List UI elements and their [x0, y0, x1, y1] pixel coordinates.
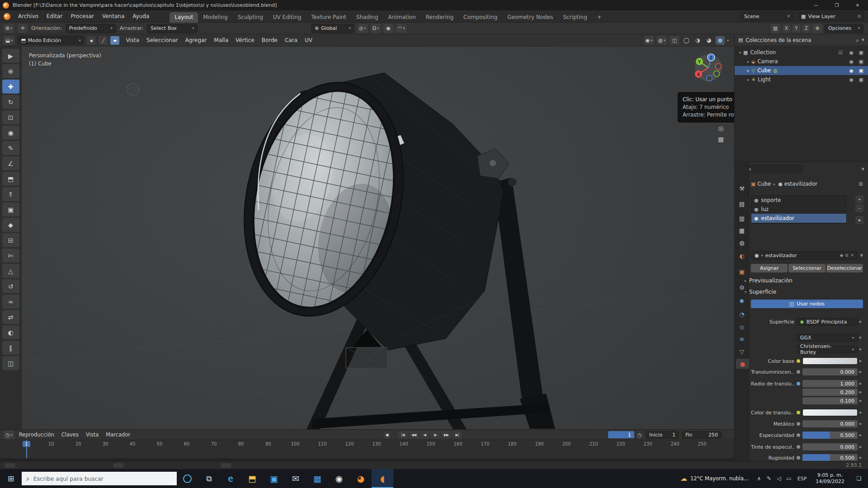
workspace-tab[interactable]: UV Editing	[268, 12, 307, 23]
light-object[interactable]	[127, 84, 139, 95]
exclude-checkbox[interactable]: ☑	[838, 50, 843, 56]
playback-button[interactable]: ◀◀	[409, 431, 419, 439]
hide-eye-icon[interactable]: ◉	[849, 59, 854, 65]
current-frame-field[interactable]: 1	[608, 431, 634, 438]
taskbar-app-icon[interactable]: ◖	[372, 469, 393, 488]
material-filter-icon[interactable]: ▼	[860, 253, 863, 258]
viewport-menu-item[interactable]: Agregar	[182, 37, 211, 43]
zoom-icon[interactable]: ◎	[718, 125, 724, 132]
expand-icon[interactable]: ▸	[747, 69, 749, 73]
add-slot-button[interactable]: ＋	[855, 195, 863, 203]
vertex-select-toggle[interactable]: ▪	[87, 36, 96, 45]
expand-icon[interactable]: ▸	[747, 78, 749, 82]
workspace-tab[interactable]: Geometry Nodes	[502, 12, 558, 23]
tool-button[interactable]: ≈	[2, 295, 19, 309]
properties-search-input[interactable]: ⌕	[745, 165, 803, 173]
properties-tab-icon[interactable]: ◔	[736, 309, 748, 319]
taskbar-app-icon[interactable]: e	[220, 469, 241, 488]
proportional-editing-toggle[interactable]: ◉	[383, 24, 393, 33]
workspace-tab[interactable]: Shading	[351, 12, 383, 23]
use-nodes-button[interactable]: ◫ Usar nodos	[751, 300, 863, 308]
copy-view-layer-icon[interactable]: ⧉	[858, 14, 861, 19]
pin-icon[interactable]: ⊙	[859, 181, 863, 187]
workspace-tab[interactable]: Sculpting	[233, 12, 268, 23]
playback-button[interactable]: |◀	[398, 431, 408, 439]
mirror-y-toggle[interactable]: Y	[793, 24, 800, 33]
value-socket[interactable]	[797, 445, 800, 449]
value-socket[interactable]	[797, 422, 800, 426]
outliner-row-cube[interactable]: ▸ ▽ Cube ◍ ◉ ▣	[735, 66, 868, 75]
navigation-gizmo[interactable]: Z Y X	[694, 53, 723, 82]
tool-button[interactable]: ▣	[2, 202, 19, 216]
properties-tab-icon[interactable]: ▤	[736, 199, 748, 209]
tool-button[interactable]: ◉	[2, 126, 19, 140]
breadcrumb-object[interactable]: Cube	[757, 181, 771, 187]
timeline-menu-item[interactable]: Vista	[82, 432, 102, 438]
workspace-tab[interactable]: Texture Paint	[306, 12, 351, 23]
properties-tab-icon[interactable]: ●	[736, 359, 749, 369]
properties-tab-icon[interactable]: ⚒	[736, 183, 748, 193]
expand-icon[interactable]: ▾	[739, 51, 741, 55]
menu-item[interactable]: Procesar	[66, 10, 98, 22]
shading-solid-button[interactable]: ◑	[693, 36, 702, 45]
tool-button[interactable]: ⊕	[2, 64, 19, 78]
render-visibility-icon[interactable]: ▣	[859, 68, 863, 74]
properties-tab-icon[interactable]: ⊙	[736, 322, 748, 332]
subsurface-method-dropdown[interactable]: Christensen-Burley▾	[797, 346, 858, 353]
expand-icon[interactable]: ▸	[747, 60, 749, 64]
edge-select-toggle[interactable]: ╱	[99, 36, 108, 45]
properties-tab-icon[interactable]: ✱	[736, 296, 748, 306]
tripod-leg-left[interactable]	[307, 317, 371, 429]
taskbar-app-icon[interactable]: ⬒	[241, 469, 263, 488]
material-slot-active[interactable]: ● estavilizador	[751, 214, 846, 223]
radius-value-1[interactable]: 1.000	[802, 380, 858, 387]
tool-button[interactable]: ◫	[2, 356, 19, 370]
taskbar-app-icon[interactable]: ✉	[285, 469, 307, 488]
roughness-slider[interactable]: 0.500	[802, 454, 858, 461]
distribution-dropdown[interactable]: GGX▾	[797, 334, 858, 342]
tool-button[interactable]: ⊟	[2, 233, 19, 247]
timeline-editor-button[interactable]: ◷▾	[4, 430, 14, 439]
tool-button[interactable]: ⇑	[2, 187, 19, 201]
gizmo-z-neg[interactable]	[707, 75, 712, 81]
tray-icon[interactable]: ▭	[784, 475, 794, 482]
playback-button[interactable]: ▶	[430, 431, 440, 439]
slot-specials-button[interactable]: ▾	[855, 216, 863, 224]
pivot-point-dropdown[interactable]: ◎▾	[357, 24, 368, 33]
timeline-ruler[interactable]: 1102030405060708090100110120130140150160…	[0, 440, 734, 459]
spotlight-arm[interactable]	[494, 178, 544, 413]
xray-toggle[interactable]: ◫	[670, 36, 679, 45]
playhead-label[interactable]: 1	[23, 441, 30, 447]
unlink-material-icon[interactable]: ✕	[850, 253, 854, 258]
timeline-menu-item[interactable]: Reproducción	[15, 432, 58, 438]
outliner-row-collection[interactable]: ▾ ▦ Collection ☑ ◉ ▣	[735, 48, 868, 57]
outliner-row-camera[interactable]: ▸ ⬙ Camera ◉ ▣	[735, 57, 868, 66]
minimize-button[interactable]: —	[806, 0, 826, 10]
shading-wireframe-button[interactable]: ◯	[682, 36, 691, 45]
taskbar-search[interactable]: ⌕	[22, 472, 177, 485]
viewport-menu-item[interactable]: Malla	[210, 37, 232, 43]
taskbar-clock[interactable]: 9:05 p. m. 14/09/2022	[810, 469, 850, 488]
tray-chevron-icon[interactable]: ∧	[754, 469, 764, 488]
radius-value-3[interactable]: 0.100	[802, 397, 858, 404]
tool-button[interactable]: ▶	[2, 49, 19, 63]
orientation-dropdown[interactable]: Predefinido▾	[66, 24, 116, 33]
tool-button[interactable]: ✄	[2, 249, 19, 263]
shading-rendered-button[interactable]: ●	[716, 36, 725, 45]
tool-grid-button[interactable]: ⊞▾	[4, 24, 14, 33]
breadcrumb-material[interactable]: estavilizador	[784, 181, 817, 187]
workspace-tab[interactable]: Layout	[170, 12, 198, 23]
viewport-menu-item[interactable]: Seleccionar	[143, 37, 181, 43]
workspace-tab[interactable]: Rendering	[421, 12, 458, 23]
snap-dropdown[interactable]: Ω▾	[371, 24, 381, 33]
frame-start-field[interactable]: Inicio1	[646, 431, 679, 439]
perspective-toggle-icon[interactable]: ▦	[718, 136, 724, 143]
falloff-dropdown[interactable]: ◠▾	[396, 24, 407, 33]
tripod-cross-brace[interactable]	[312, 404, 550, 429]
options-dropdown[interactable]: Opciones▾	[825, 24, 863, 33]
value-socket[interactable]	[797, 456, 800, 460]
face-select-toggle[interactable]: ▰	[110, 36, 119, 45]
value-socket[interactable]	[797, 370, 800, 374]
timeline-menu-item[interactable]: Claves	[58, 432, 82, 438]
outliner-filter-icon[interactable]: ▼	[862, 38, 864, 42]
